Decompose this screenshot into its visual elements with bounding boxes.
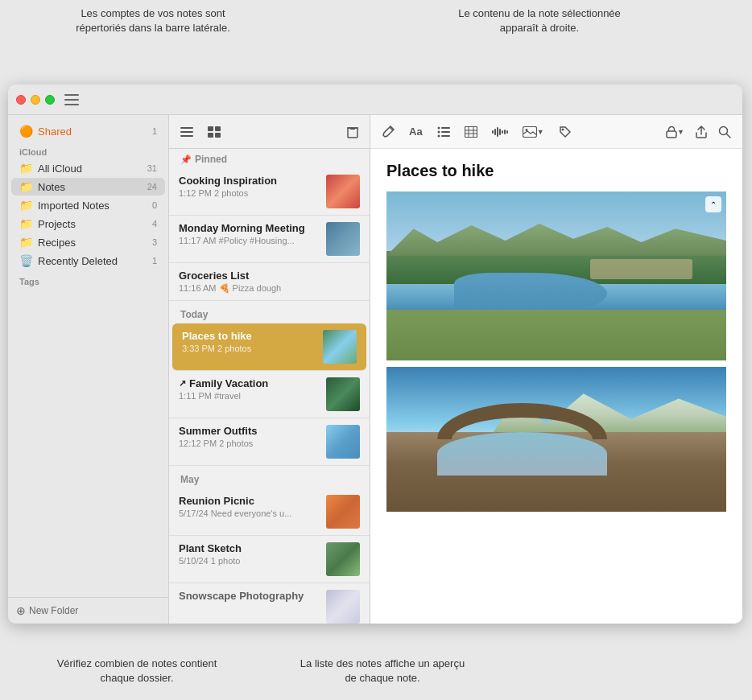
pinned-label-text: Pinned (195, 154, 227, 165)
note-item-meeting[interactable]: Monday Morning Meeting 11:17 AM #Policy … (169, 216, 370, 263)
close-button[interactable] (16, 95, 26, 105)
media-button[interactable]: ▼ (521, 125, 546, 139)
new-folder-button[interactable]: ⊕ New Folder (8, 597, 168, 624)
detail-toolbar-left: Aa (380, 124, 573, 140)
note-title-snowscape: Snowscape Photography (179, 590, 320, 602)
sidebar-item-all-icloud[interactable]: 📁 All iCloud 31 (11, 159, 165, 177)
note-detail-title: Places to hike (386, 162, 726, 180)
note-item-snowscape[interactable]: Snowscape Photography (169, 583, 370, 624)
sidebar-shared-label: Shared (38, 126, 72, 138)
note-thumb-vacation (326, 377, 360, 411)
svg-point-13 (437, 130, 440, 133)
svg-rect-14 (441, 131, 450, 133)
sidebar-imported-notes-label: Imported Notes (38, 200, 109, 212)
note-text-cooking: Cooking Inspiration 1:12 PM 2 photos (179, 175, 320, 198)
search-button[interactable] (717, 124, 733, 140)
note-meta-groceries: 11:16 AM 🍕 Pizza dough (179, 283, 360, 294)
sidebar-recently-deleted-badge: 1 (144, 256, 157, 266)
svg-rect-4 (215, 126, 221, 131)
edit-button[interactable] (380, 124, 396, 140)
note-text-reunion: Reunion Picnic 5/17/24 Need everyone's u… (179, 495, 320, 518)
grid-view-button[interactable] (206, 125, 222, 139)
annotation-bottom-right: La liste des notes affiche un aperçu de … (298, 657, 467, 686)
minimize-button[interactable] (31, 95, 40, 105)
recently-deleted-icon: 🗑️ (19, 254, 33, 267)
svg-rect-1 (180, 131, 193, 133)
note-title-outfits: Summer Outfits (179, 425, 320, 437)
svg-rect-25 (499, 129, 501, 135)
svg-rect-28 (506, 130, 508, 134)
audio-button[interactable] (490, 125, 510, 139)
may-section-label: May (169, 466, 370, 488)
svg-rect-5 (208, 133, 213, 138)
sidebar-item-shared[interactable]: 🟠 Shared 1 (11, 122, 165, 140)
svg-rect-2 (180, 135, 193, 137)
maximize-button[interactable] (45, 95, 55, 105)
note-item-groceries[interactable]: Groceries List 11:16 AM 🍕 Pizza dough (169, 263, 370, 301)
sidebar-projects-badge: 4 (144, 219, 157, 229)
new-folder-label: New Folder (29, 605, 78, 616)
svg-rect-12 (441, 127, 450, 129)
note-item-reunion[interactable]: Reunion Picnic 5/17/24 Need everyone's u… (169, 488, 370, 536)
sidebar-item-recipes[interactable]: 📁 Recipes 3 (11, 233, 165, 251)
svg-rect-27 (504, 130, 506, 134)
note-text-outfits: Summer Outfits 12:12 PM 2 photos (179, 425, 320, 448)
note-text-meeting: Monday Morning Meeting 11:17 AM #Policy … (179, 222, 320, 245)
sidebar-item-projects[interactable]: 📁 Projects 4 (11, 215, 165, 233)
note-text-vacation: ↗ Family Vacation 1:11 PM #travel (179, 377, 320, 401)
projects-icon: 📁 (19, 217, 33, 230)
today-section-label: Today (169, 301, 370, 323)
svg-rect-29 (523, 126, 536, 137)
delete-button[interactable] (345, 124, 360, 140)
svg-line-34 (727, 134, 731, 138)
share-button[interactable] (694, 124, 709, 140)
note-item-outfits[interactable]: Summer Outfits 12:12 PM 2 photos (169, 418, 370, 466)
sidebar: 🟠 Shared 1 iCloud 📁 All iCloud 31 📁 Note… (8, 115, 169, 624)
note-image-container: ⌃ (386, 191, 726, 512)
notes-window: 🟠 Shared 1 iCloud 📁 All iCloud 31 📁 Note… (8, 84, 742, 624)
sidebar-imported-notes-badge: 0 (144, 200, 157, 210)
imported-notes-icon: 📁 (19, 199, 33, 212)
lock-button[interactable]: ▼ (664, 124, 686, 140)
note-meta-meeting: 11:17 AM #Policy #Housing... (179, 236, 320, 245)
svg-rect-24 (497, 127, 498, 137)
sidebar-content: 🟠 Shared 1 iCloud 📁 All iCloud 31 📁 Note… (8, 115, 168, 597)
list-view-button[interactable] (179, 125, 195, 139)
sidebar-item-recently-deleted[interactable]: 🗑️ Recently Deleted 1 (11, 252, 165, 270)
note-title-plant: Plant Sketch (179, 542, 320, 554)
note-item-plant[interactable]: Plant Sketch 5/10/24 1 photo (169, 536, 370, 583)
note-detail-content: Places to hike (370, 149, 742, 624)
note-list-toolbar-icons (179, 125, 222, 139)
note-thumb-snowscape (326, 590, 360, 624)
note-list-toolbar (169, 115, 370, 149)
text-format-button[interactable]: Aa (407, 124, 424, 139)
svg-rect-22 (492, 130, 494, 134)
tag-button[interactable] (557, 124, 573, 140)
note-item-hike[interactable]: Places to hike 3:33 PM 2 photos (172, 323, 366, 371)
svg-rect-0 (180, 127, 193, 129)
note-title-cooking: Cooking Inspiration (179, 175, 320, 187)
sidebar-toggle-button[interactable] (64, 94, 79, 105)
detail-toolbar-right: ▼ (664, 124, 733, 140)
shared-note-icon: ↗ (179, 378, 186, 389)
sidebar-item-notes[interactable]: 📁 Notes 24 (11, 178, 165, 196)
sidebar-item-imported-notes[interactable]: 📁 Imported Notes 0 (11, 196, 165, 214)
titlebar (8, 84, 742, 115)
note-text-plant: Plant Sketch 5/10/24 1 photo (179, 542, 320, 566)
annotation-top-left: Les comptes de vos notes sont répertorié… (64, 6, 242, 35)
note-title-meeting: Monday Morning Meeting (179, 222, 320, 234)
note-item-cooking[interactable]: Cooking Inspiration 1:12 PM 2 photos (169, 168, 370, 216)
note-item-vacation[interactable]: ↗ Family Vacation 1:11 PM #travel (169, 371, 370, 418)
table-button[interactable] (463, 125, 479, 139)
sidebar-notes-label: Notes (38, 181, 65, 193)
svg-rect-6 (215, 133, 221, 138)
svg-rect-17 (465, 126, 477, 137)
note-meta-vacation: 1:11 PM #travel (179, 391, 320, 401)
note-thumb-plant (326, 542, 360, 576)
list-button[interactable] (436, 125, 452, 139)
note-thumb-hike (323, 330, 357, 364)
svg-rect-26 (502, 130, 503, 134)
sidebar-recipes-badge: 3 (144, 237, 157, 247)
note-text-groceries: Groceries List 11:16 AM 🍕 Pizza dough (179, 270, 360, 294)
shared-icon: 🟠 (19, 125, 33, 138)
